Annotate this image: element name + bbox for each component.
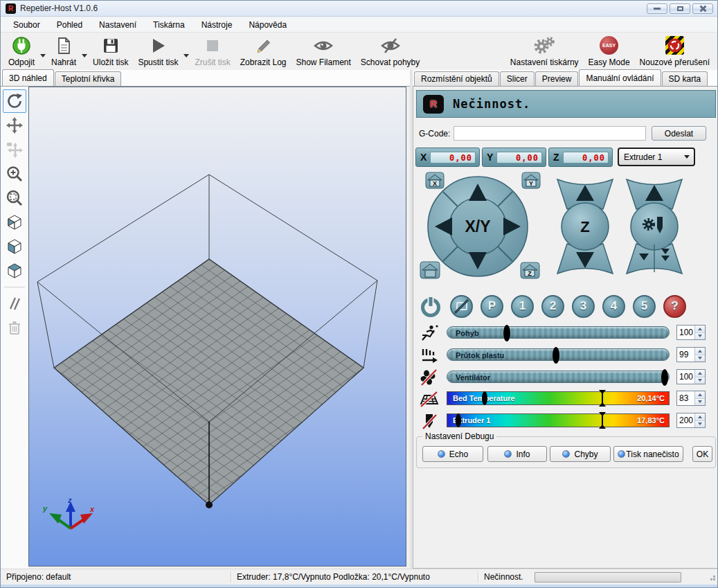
spin-up-icon[interactable] [695,413,705,420]
speed-slider-thumb[interactable] [503,325,510,341]
spin-up-icon[interactable] [695,391,705,398]
debug-info-button[interactable]: Info [487,446,547,462]
extruder-temp-thumb[interactable] [602,412,603,429]
menu-bar: Soubor Pohled Nastavení Tiskárna Nástroj… [1,17,717,33]
start-print-button[interactable]: Spustit tisk [133,34,183,71]
tab-3d-view[interactable]: 3D náhled [2,69,54,86]
disconnect-button[interactable]: Odpojit [3,34,39,71]
3d-viewport[interactable]: y z x [28,87,406,567]
spin-down-icon[interactable] [695,377,705,384]
menu-tiskarna[interactable]: Tiskárna [146,18,192,32]
preset-4-button[interactable]: 4 [602,295,625,318]
load-button[interactable]: Nahrát [46,34,81,71]
fan-slider[interactable]: Ventilátor [447,371,670,383]
jog-controls: X/Y X Y [415,171,718,290]
speed-spinbox[interactable]: 100 [676,325,706,340]
extruder-temp-spinbox[interactable]: 200 [676,413,706,428]
title-bar[interactable]: R Repetier-Host V1.0.6 [1,1,717,17]
fan-slider-thumb[interactable] [661,369,668,386]
speed-slider[interactable]: Pohyb [447,326,670,339]
menu-nastroje[interactable]: Nástroje [195,18,240,32]
home-x-button[interactable]: X [426,172,444,188]
preset-2-button[interactable]: 2 [541,295,564,318]
spin-up-icon[interactable] [695,326,705,332]
menu-napoveda[interactable]: Nápověda [242,18,294,32]
spin-down-icon[interactable] [695,355,705,362]
bed-temp-spinbox[interactable]: 83 [676,391,706,406]
home-z-button[interactable]: Z [521,262,539,278]
flow-slider[interactable]: Průtok plastu [447,348,670,361]
rotate-view-button[interactable] [3,89,26,113]
power-button[interactable] [419,294,442,318]
home-y-button[interactable]: Y [522,172,540,188]
maximize-button[interactable] [670,3,690,14]
tab-temperature-curve[interactable]: Teplotní křivka [55,71,122,86]
gcode-input[interactable] [454,126,646,141]
zoom-button[interactable] [3,162,26,186]
xy-jog-pad[interactable]: X/Y [428,177,528,276]
extruder-jog-control[interactable] [627,179,682,274]
close-button[interactable] [692,3,713,14]
resize-grip[interactable] [708,573,716,581]
top-view-button[interactable] [3,259,26,283]
save-print-button[interactable]: Uložit tisk [88,34,133,71]
spin-down-icon[interactable] [695,332,705,340]
flow-slider-thumb[interactable] [553,347,559,364]
preset-5-button[interactable]: 5 [633,295,656,318]
extruder-select[interactable]: Extruder 1 [618,148,695,166]
show-log-button[interactable]: Zobrazit Log [235,34,291,71]
led-icon [504,450,512,458]
front-view-button[interactable] [3,235,26,258]
menu-soubor[interactable]: Soubor [6,18,47,32]
debug-echo-button[interactable]: Echo [422,446,483,462]
menu-nastaveni[interactable]: Nastavení [92,18,143,32]
preset-1-button[interactable]: 1 [511,295,534,318]
z-jog-control[interactable]: Z [557,179,613,274]
move-view-button[interactable] [3,114,26,137]
bed-temp-marker [482,391,487,405]
delete-object-button [3,316,26,339]
preset-3-button[interactable]: 3 [572,295,595,318]
debug-dryrun-button[interactable]: Tisk nanečisto [613,446,683,462]
isometric-view-button[interactable] [3,211,26,234]
load-dropdown-icon[interactable] [82,54,87,60]
emergency-stop-button[interactable]: Nouzové přerušení [635,34,715,71]
extruder-temp-slider[interactable]: Extruder 1 17,83°C [447,413,670,427]
debug-errors-button[interactable]: Chyby [550,446,611,462]
move-object-button[interactable] [3,138,26,161]
flow-spinbox[interactable]: 99 [676,347,706,362]
tab-sd-card[interactable]: SD karta [662,71,708,86]
home-all-button[interactable] [420,262,440,278]
help-button[interactable]: ? [663,295,686,318]
tab-object-placement[interactable]: Rozmístění objektů [414,71,499,86]
tab-slicer[interactable]: Slicer [500,71,535,86]
easy-mode-button[interactable]: EASY Easy Mode [584,34,635,71]
motor-off-button[interactable] [450,295,473,318]
x-position-display: X 0,00 [415,148,480,167]
bed-temp-thumb[interactable] [602,390,603,407]
connect-dropdown-icon[interactable] [40,54,46,60]
emergency-stop-icon [665,36,684,55]
park-button[interactable]: P [481,295,503,318]
spin-down-icon[interactable] [695,420,705,428]
parallel-projection-button[interactable] [3,292,26,315]
show-filament-button[interactable]: Show Filament [291,34,355,71]
debug-ok-button[interactable]: OK [692,446,712,462]
spin-up-icon[interactable] [695,348,705,355]
tab-preview[interactable]: Preview [535,71,579,86]
start-dropdown-icon[interactable] [183,54,189,60]
menu-pohled[interactable]: Pohled [50,18,89,32]
eye-icon [313,35,334,55]
minimize-button[interactable] [647,3,667,14]
hide-travel-button[interactable]: Schovat pohyby [356,34,424,71]
printer-settings-button[interactable]: Nastavení tiskárny [505,34,584,71]
origin-marker [206,501,213,508]
tab-manual-control[interactable]: Manuální ovládání [579,69,661,86]
fan-spinbox[interactable]: 100 [676,369,706,384]
fit-view-button[interactable] [3,186,26,210]
document-icon [55,35,73,55]
spin-down-icon[interactable] [695,398,705,406]
spin-up-icon[interactable] [695,370,705,377]
bed-temp-slider[interactable]: Bed Temperature 20,14°C [447,391,670,405]
send-button[interactable]: Odeslat [652,126,706,141]
